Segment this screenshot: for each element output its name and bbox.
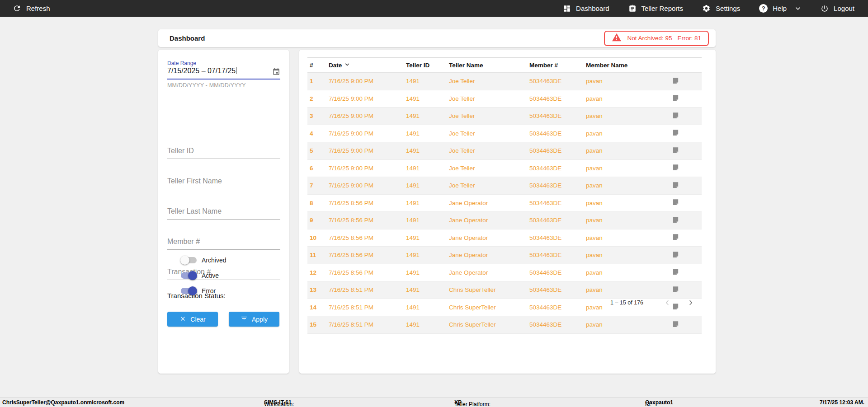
col-header-date[interactable]: Date [326,58,404,73]
row-teller-name: Joe Teller [447,177,527,195]
note-icon[interactable] [672,323,679,329]
row-date: 7/16/25 9:00 PM [326,159,404,177]
row-teller-id: 1491 [404,177,447,195]
row-teller-id: 1491 [404,299,447,316]
refresh-icon [13,4,21,13]
row-note-cell [669,125,702,142]
note-icon[interactable] [672,288,679,295]
note-icon[interactable] [672,201,679,207]
alert-not-archived: Not Archived: 95 [627,35,672,42]
row-note-cell [669,90,702,108]
apply-button[interactable]: Apply [229,312,279,327]
row-member-name: pavan [584,177,669,195]
row-teller-id: 1491 [404,108,447,125]
row-member-number: 5034463DE [527,90,584,108]
refresh-button[interactable]: Refresh [13,4,50,13]
col-header-teller-name[interactable]: Teller Name [447,58,527,73]
main-content: Dashboard Not Archived: 95 Error: 81 Dat… [0,17,868,397]
row-teller-id: 1491 [404,90,447,108]
toggle-error[interactable]: Error [181,287,216,295]
row-member-name: pavan [584,73,669,90]
row-member-name: pavan [584,142,669,160]
row-teller-id: 1491 [404,264,447,281]
transactions-table: # Date Teller ID Teller Name Member # Me… [307,57,702,334]
col-header-num: # [307,58,326,73]
row-date: 7/16/25 9:00 PM [326,90,404,108]
table-row[interactable]: 2 7/16/25 9:00 PM 1491 Joe Teller 503446… [307,90,702,108]
toggle-archived[interactable]: Archived [181,257,226,264]
chevron-down-icon [794,5,802,12]
row-note-cell [669,73,702,90]
member-number-input[interactable] [167,238,280,250]
note-icon[interactable] [672,270,679,277]
row-teller-name: Joe Teller [447,142,527,160]
clear-button[interactable]: Clear [167,312,218,327]
table-row[interactable]: 7 7/16/25 9:00 PM 1491 Joe Teller 503446… [307,177,702,195]
row-member-number: 5034463DE [527,159,584,177]
calendar-icon[interactable] [272,68,280,78]
row-member-name: pavan [584,108,669,125]
table-row[interactable]: 12 7/16/25 8:56 PM 1491 Jane Operator 50… [307,264,702,281]
table-row[interactable]: 11 7/16/25 8:56 PM 1491 Jane Operator 50… [307,247,702,264]
close-icon [179,315,186,323]
previous-page-button[interactable] [661,297,673,309]
active-switch[interactable] [181,272,197,279]
table-row[interactable]: 13 7/16/25 8:51 PM 1491 Chris SuperTelle… [307,281,702,299]
col-header-member-name[interactable]: Member Name [584,58,669,73]
table-row[interactable]: 10 7/16/25 8:56 PM 1491 Jane Operator 50… [307,229,702,247]
row-member-number: 5034463DE [527,264,584,281]
row-note-cell [669,108,702,125]
row-date: 7/16/25 9:00 PM [326,142,404,160]
error-switch[interactable] [181,288,197,294]
table-row[interactable]: 5 7/16/25 9:00 PM 1491 Joe Teller 503446… [307,142,702,160]
table-row[interactable]: 8 7/16/25 8:56 PM 1491 Jane Operator 503… [307,194,702,212]
archived-switch[interactable] [181,257,197,263]
row-note-cell [669,229,702,247]
focused-underline [167,79,280,80]
toggle-active[interactable]: Active [181,272,219,279]
nav-settings[interactable]: Settings [702,4,740,13]
table-row[interactable]: 3 7/16/25 9:00 PM 1491 Joe Teller 503446… [307,108,702,125]
row-date: 7/16/25 8:51 PM [326,281,404,299]
date-range-input[interactable]: 7/15/2025 – 07/17/25 [167,67,280,77]
note-icon[interactable] [672,149,679,155]
table-body: 1 7/16/25 9:00 PM 1491 Joe Teller 503446… [307,73,702,334]
nav-logout-label: Logout [834,5,854,12]
note-icon[interactable] [672,183,679,190]
note-icon[interactable] [672,96,679,103]
filter-panel: Date Range 7/15/2025 – 07/17/25 MM/DD/YY… [158,50,289,374]
note-icon[interactable] [672,131,679,138]
nav-dashboard[interactable]: Dashboard [563,5,609,13]
col-header-teller-id[interactable]: Teller ID [404,58,447,73]
alert-badge[interactable]: Not Archived: 95 Error: 81 [604,31,709,46]
next-page-button[interactable] [685,297,697,309]
table-row[interactable]: 15 7/16/25 8:51 PM 1491 Chris SuperTelle… [307,316,702,334]
row-teller-id: 1491 [404,212,447,229]
note-icon[interactable] [672,253,679,260]
note-icon[interactable] [672,79,679,86]
nav-logout[interactable]: Logout [821,5,854,13]
teller-last-name-input[interactable] [167,207,280,220]
note-icon[interactable] [672,218,679,225]
gear-icon [702,4,711,13]
row-note-cell [669,142,702,160]
table-row[interactable]: 9 7/16/25 8:56 PM 1491 Jane Operator 503… [307,212,702,229]
table-row[interactable]: 6 7/16/25 9:00 PM 1491 Joe Teller 503446… [307,159,702,177]
nav-teller-reports[interactable]: Teller Reports [628,5,684,13]
note-icon[interactable] [672,166,679,173]
date-range-hint: MM/DD/YYYY - MM/DD/YYYY [167,82,280,89]
sort-arrow-icon [344,61,350,69]
note-icon[interactable] [672,114,679,121]
nav-help[interactable]: ? Help [759,4,802,13]
table-row[interactable]: 1 7/16/25 9:00 PM 1491 Joe Teller 503446… [307,73,702,90]
teller-first-name-input[interactable] [167,177,280,189]
row-member-number: 5034463DE [527,281,584,299]
col-header-member-num[interactable]: Member # [527,58,584,73]
note-icon[interactable] [672,235,679,242]
nav-settings-label: Settings [716,5,740,12]
clipboard-icon [628,5,637,13]
date-range-field[interactable]: Date Range 7/15/2025 – 07/17/25 MM/DD/YY… [167,60,280,89]
table-row[interactable]: 4 7/16/25 9:00 PM 1491 Joe Teller 503446… [307,125,702,142]
teller-id-input[interactable] [167,147,280,159]
row-member-name: pavan [584,159,669,177]
